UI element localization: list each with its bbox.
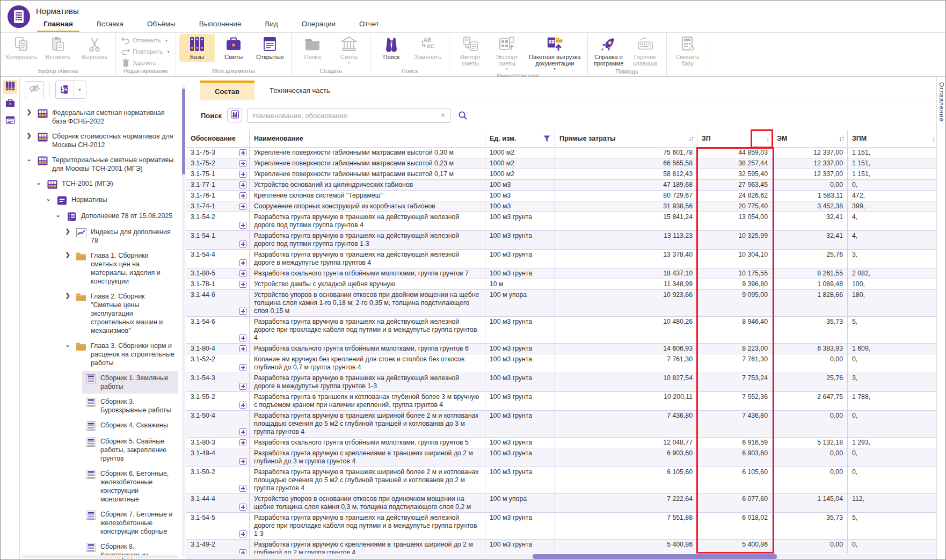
ribbon-tab-item[interactable]: Объёмы: [146, 18, 177, 33]
expand-row-icon[interactable]: [239, 160, 246, 167]
table-row[interactable]: 3.1-80-4Разработка скального грунта отбо…: [186, 344, 937, 354]
column-header-em[interactable]: ЭМ↓↑: [773, 130, 848, 147]
tree-view-split-button[interactable]: ▼: [55, 81, 86, 99]
table-row[interactable]: 3.1-55-2Разработка грунта в траншеях и к…: [186, 392, 937, 411]
sort-desc-icon[interactable]: ↓: [932, 135, 935, 143]
tree-item[interactable]: Сборник 3. Буровзрывные работы: [20, 395, 184, 417]
chevron-down-icon[interactable]: ▼: [166, 50, 170, 54]
table-row[interactable]: 3.1-74-1Сооружение опорных конструкций и…: [186, 201, 937, 212]
tree-item[interactable]: ❯Федеральная сметная нормативная база ФС…: [20, 106, 184, 128]
chevron-down-icon[interactable]: ⌄: [24, 153, 34, 163]
table-row[interactable]: 3.1-80-3Разработка скального грунта отбо…: [186, 438, 937, 448]
chevron-down-icon[interactable]: ▼: [347, 61, 351, 64]
expand-row-icon[interactable]: [239, 222, 246, 229]
new-estimate-button[interactable]: Смета▼: [331, 34, 367, 66]
tree-item[interactable]: Сборник 5. Свайные работы, закрепление г…: [20, 434, 184, 466]
batch-export-button[interactable]: Пакетная выгрузка документации▼: [526, 34, 584, 72]
expand-row-icon[interactable]: [239, 334, 246, 341]
expand-row-icon[interactable]: [239, 402, 246, 409]
run-search-button[interactable]: [456, 108, 470, 122]
export-estimate-button[interactable]: Экспорт сметы▼: [489, 34, 525, 72]
table-row[interactable]: 3.1-52-2Копание ям вручную без креплений…: [186, 354, 937, 373]
table-row[interactable]: 3.1-54-6Разработка грунта вручную в тран…: [186, 317, 937, 344]
chevron-down-icon[interactable]: ⌄: [43, 193, 53, 202]
switch-base-button[interactable]: Сменить базу: [670, 34, 705, 68]
tree-item[interactable]: ❯Глава 1. Сборники сметных цен на матери…: [20, 249, 184, 288]
hotkeys-button[interactable]: Горячие клавиши: [628, 34, 663, 68]
table-row[interactable]: 3.1-54-4Разработка грунта вручную в тран…: [186, 250, 937, 268]
column-header-name[interactable]: Наименование: [250, 130, 485, 147]
hide-unused-button[interactable]: [25, 81, 44, 98]
expand-row-icon[interactable]: [239, 345, 246, 352]
tree-item[interactable]: Сборник 6. Бетонные, железобетонные конс…: [20, 467, 184, 506]
expand-row-icon[interactable]: [239, 308, 246, 315]
table-row[interactable]: 3.1-54-1Разработка грунта вручную в тран…: [186, 231, 937, 250]
tab-composition[interactable]: Состав: [200, 81, 254, 100]
table-row[interactable]: 3.1-75-1Укрепление поверхности габионным…: [186, 169, 937, 180]
expand-row-icon[interactable]: [239, 171, 246, 178]
expand-row-icon[interactable]: [239, 458, 246, 465]
table-row[interactable]: 3.1-75-3Укрепление поверхности габионным…: [186, 148, 937, 158]
expand-row-icon[interactable]: [239, 203, 246, 210]
table-row[interactable]: 3.1-80-5Разработка скального грунта отбо…: [186, 268, 937, 279]
search-options-button[interactable]: [227, 108, 242, 122]
column-header-unit[interactable]: Ед. изм.: [485, 130, 555, 147]
panel-opened-button[interactable]: [3, 114, 17, 128]
panel-bases-button[interactable]: [3, 80, 17, 94]
tree-item[interactable]: ❯Сборник стоимостных нормативов для Моск…: [20, 129, 184, 152]
search-input[interactable]: Наименование, обоснование ✕: [248, 108, 450, 123]
ribbon-tab-item[interactable]: Вид: [264, 18, 279, 33]
ribbon-tab-active[interactable]: Главная: [42, 18, 74, 33]
tree-item[interactable]: Сборник 1. Земляные работы: [20, 371, 184, 394]
expand-row-icon[interactable]: [239, 259, 246, 266]
table-row[interactable]: 3.1-49-4Разработка грунта вручную с креп…: [186, 448, 937, 467]
expand-row-icon[interactable]: [239, 192, 246, 199]
redo-button[interactable]: Повторить▼: [119, 47, 172, 56]
table-row[interactable]: 3.1-54-5Разработка грунта вручную в тран…: [186, 513, 937, 540]
table-scroll-thumb[interactable]: [533, 554, 777, 559]
chevron-down-icon[interactable]: ⌄: [63, 339, 72, 348]
chevron-down-icon[interactable]: ▼: [73, 81, 86, 98]
search-button[interactable]: Поиск: [374, 34, 409, 62]
expand-row-icon[interactable]: [239, 439, 246, 446]
chevron-down-icon[interactable]: ▼: [505, 67, 509, 71]
filter-icon[interactable]: [543, 135, 550, 144]
chevron-right-icon[interactable]: ❯: [63, 289, 72, 299]
toc-side-tab[interactable]: Оглавление: [936, 77, 945, 559]
table-row[interactable]: 3.1-54-3Разработка грунта вручную в тран…: [186, 373, 937, 392]
chevron-down-icon[interactable]: ⌄: [53, 209, 63, 219]
tree-item[interactable]: ❯Глава 2. Сборник "Сметные цены эксплуат…: [20, 289, 184, 338]
panel-estimates-button[interactable]: [3, 97, 17, 111]
ribbon-tab-item[interactable]: Выполнение: [198, 18, 243, 33]
import-estimate-button[interactable]: Импорт сметы: [453, 34, 488, 68]
tree-item[interactable]: ⌄Нормативы: [20, 193, 184, 208]
chevron-right-icon[interactable]: ❯: [24, 106, 34, 115]
ribbon-tab-item[interactable]: Отчет: [358, 18, 380, 33]
table-row[interactable]: 3.1-44-4Устройство упоров в основании от…: [186, 494, 937, 513]
expand-row-icon[interactable]: [239, 428, 246, 435]
expand-row-icon[interactable]: [239, 504, 246, 511]
tree-horizontal-scrollbar[interactable]: [22, 555, 178, 558]
cut-button[interactable]: Вырезать: [77, 34, 112, 62]
undo-button[interactable]: Отменить▼: [119, 35, 171, 45]
table-row[interactable]: 3.1-77-1Устройство оснований из цилиндри…: [186, 180, 937, 191]
chevron-down-icon[interactable]: ▼: [165, 39, 169, 42]
tree-item[interactable]: Сборник 7. Бетонные и железобетонные кон…: [20, 507, 184, 539]
table-row[interactable]: 3.1-54-2Разработка грунта вручную в тран…: [186, 212, 937, 231]
clear-search-icon[interactable]: ✕: [440, 112, 446, 119]
sort-both-icon[interactable]: ↓↑: [839, 135, 844, 143]
chevron-right-icon[interactable]: ❯: [63, 225, 72, 235]
table-row[interactable]: 3.1-76-1Крепление склонов системой "Терр…: [186, 191, 937, 201]
expand-row-icon[interactable]: [239, 281, 246, 288]
tree-vertical-scrollbar[interactable]: [182, 84, 185, 557]
about-button[interactable]: Справка о программе: [591, 34, 627, 68]
column-header-zpm[interactable]: ЗПМ↓: [848, 130, 937, 147]
table-row[interactable]: 3.1-50-4Разработка грунта вручную в тран…: [186, 411, 937, 438]
tree-item[interactable]: ⌄Территориальные сметные нормативы для М…: [20, 153, 184, 176]
expand-row-icon[interactable]: [239, 364, 246, 371]
estimates-button[interactable]: Сметы: [216, 34, 251, 62]
tab-technical-part[interactable]: Техническая часть: [254, 81, 345, 100]
ribbon-tab-item[interactable]: Вставка: [96, 18, 125, 33]
tree-scroll-thumb[interactable]: [182, 89, 185, 174]
tree-item[interactable]: ⌄ТСН-2001 (МГЭ): [20, 177, 184, 192]
